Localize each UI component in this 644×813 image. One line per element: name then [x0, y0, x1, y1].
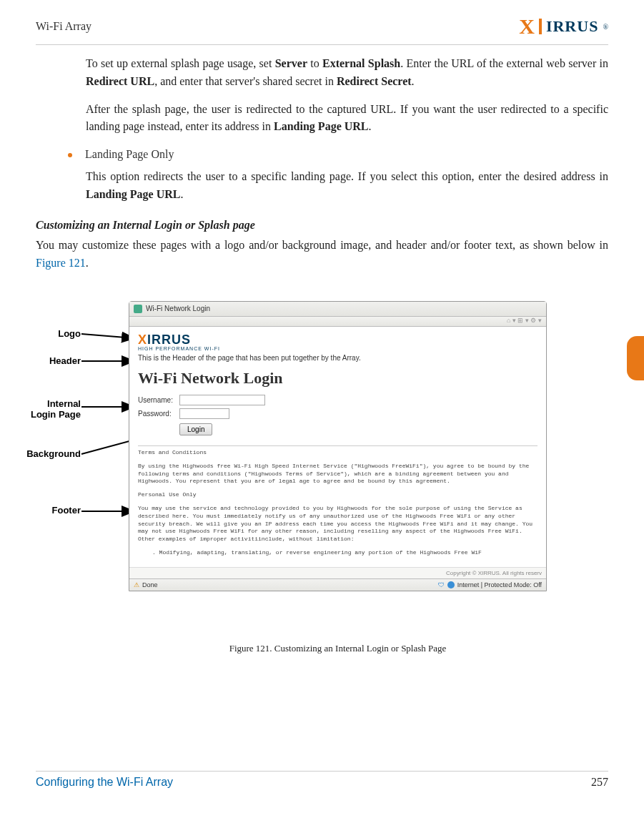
browser-tab-title: Wi-Fi Network Login: [146, 305, 210, 312]
callout-internal-2: Login Page: [14, 409, 81, 420]
bullet-text: Landing Page Only: [85, 146, 174, 164]
username-input[interactable]: [179, 395, 265, 405]
terms-paragraph-2: You may use the service and technology p…: [138, 505, 538, 543]
paragraph-landing-only: This option redirects the user to a spec…: [86, 168, 608, 204]
terms-title: Terms and Conditions: [138, 449, 538, 457]
page-number: 257: [591, 776, 608, 789]
logo-i-mark: [539, 19, 542, 34]
browser-body: XIRRUS HIGH PERFORMANCE WI-FI This is th…: [129, 327, 546, 567]
footer: Configuring the Wi-Fi Array 257: [36, 771, 608, 789]
header-left-text: Wi-Fi Array: [36, 20, 91, 33]
logo-text: IRRUS: [546, 17, 598, 36]
figure-link[interactable]: Figure 121: [36, 257, 86, 269]
splash-header-text: This is the Header of the page that has …: [138, 354, 538, 362]
callout-background: Background: [14, 448, 81, 459]
globe-icon: [447, 581, 455, 588]
favicon-icon: [134, 305, 142, 313]
browser-tab: Wi-Fi Network Login: [129, 302, 546, 317]
terms-block: Terms and Conditions By using the Highwo…: [138, 449, 538, 557]
logo-x-char: X: [519, 14, 535, 39]
username-label: Username:: [138, 396, 179, 404]
main-content: To set up external splash page usage, se…: [0, 45, 644, 272]
username-row: Username:: [138, 395, 538, 405]
password-label: Password:: [138, 410, 179, 418]
password-row: Password:: [138, 408, 538, 419]
side-tab-ornament: [627, 336, 644, 380]
paragraph-customize-intro: You may customize these pages with a log…: [36, 237, 608, 272]
login-page-screenshot: Wi-Fi Network Login ⌂ ▾ ⊞ ▾ ⚙ ▾ XIRRUS H…: [129, 301, 547, 591]
terms-list-item: . Modifying, adapting, translating, or r…: [152, 549, 538, 557]
footer-section: Configuring the Wi-Fi Array: [36, 776, 173, 789]
password-input[interactable]: [179, 408, 229, 419]
shield-icon: 🛡: [438, 581, 445, 588]
bullet-landing-only: Landing Page Only: [68, 146, 608, 164]
page-header: Wi-Fi Array X IRRUS ®: [0, 0, 644, 44]
splash-title: Wi-Fi Network Login: [138, 369, 538, 388]
figure-121-wrap: Logo Header Internal Login Page Backgrou…: [36, 301, 608, 659]
splash-logo-subtitle: HIGH PERFORMANCE WI-FI: [138, 346, 538, 351]
figure-caption: Figure 121. Customizing an Internal Logi…: [129, 643, 547, 654]
bullet-icon: [68, 153, 72, 157]
status-right: Internet | Protected Mode: Off: [457, 581, 542, 588]
paragraph-external-splash: To set up external splash page usage, se…: [86, 55, 608, 91]
splash-logo: XIRRUS: [138, 332, 538, 348]
terms-paragraph-1: By using the Highwoods free Wi-Fi High S…: [138, 463, 538, 486]
svg-line-1: [81, 334, 134, 338]
callout-header: Header: [36, 355, 81, 366]
xirrus-logo: X IRRUS ®: [519, 14, 608, 39]
callout-logo: Logo: [36, 328, 81, 339]
browser-status-bar: ⚠ Done 🛡 Internet | Protected Mode: Off: [129, 578, 546, 591]
splash-copyright: Copyright © XIRRUS. All rights reserv: [129, 567, 546, 578]
callout-internal-1: Internal: [36, 398, 81, 409]
callout-footer: Footer: [36, 505, 81, 516]
terms-subhead: Personal Use Only: [138, 491, 538, 499]
warning-icon: ⚠: [134, 581, 139, 588]
login-button[interactable]: Login: [179, 423, 212, 435]
subheading-customizing: Customizing an Internal Login or Splash …: [36, 217, 608, 235]
divider: [138, 445, 538, 446]
registered-mark: ®: [603, 23, 608, 31]
browser-toolbar: ⌂ ▾ ⊞ ▾ ⚙ ▾: [129, 317, 546, 327]
status-left: Done: [142, 581, 158, 588]
paragraph-after-splash: After the splash page, the user is redir…: [86, 101, 608, 137]
